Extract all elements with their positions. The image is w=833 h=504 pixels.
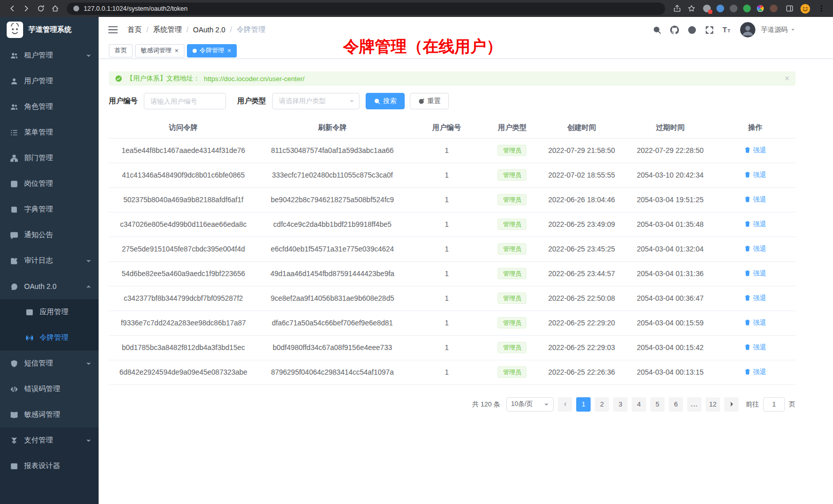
cell-created-time: 2022-06-25 23:44:57 (538, 261, 626, 286)
sidebar-item-post[interactable]: 岗位管理 (0, 171, 99, 197)
next-page-button[interactable] (724, 397, 739, 412)
force-logout-button[interactable]: 强退 (744, 343, 766, 352)
chevron-down-icon (86, 258, 91, 264)
sidebar-item-tenant[interactable]: 租户管理 (0, 43, 99, 68)
user-type-select[interactable]: 请选择用户类型 (272, 93, 359, 109)
force-logout-button[interactable]: 强退 (744, 244, 766, 254)
force-logout-button[interactable]: 强退 (744, 318, 766, 327)
sidebar-item-user[interactable]: 用户管理 (0, 68, 99, 94)
search-button[interactable]: 搜索 (366, 93, 405, 109)
reload-icon[interactable] (34, 2, 47, 15)
column-header: 刷新令牌 (258, 118, 407, 138)
home-icon[interactable] (48, 2, 62, 15)
tab-bar: 首页敏感词管理×令牌管理× (99, 43, 833, 59)
tab-close-icon[interactable]: × (228, 47, 232, 54)
browser-profile-avatar[interactable] (800, 4, 810, 14)
cell-user-id: 1 (407, 335, 486, 360)
bookmark-star-icon[interactable] (685, 2, 698, 15)
force-logout-button[interactable]: 强退 (744, 220, 766, 229)
extension-brown-icon[interactable] (770, 5, 778, 12)
sidebar-item-role[interactable]: 角色管理 (0, 94, 99, 120)
force-logout-button[interactable]: 强退 (744, 269, 766, 278)
sidebar-item-dept[interactable]: 部门管理 (0, 145, 99, 171)
font-size-icon[interactable]: TT (723, 26, 731, 34)
forward-icon[interactable] (20, 2, 33, 15)
extension-pinwheel-icon[interactable] (756, 5, 764, 12)
sidebar-item-label: 用户管理 (24, 76, 91, 86)
cell-expire-time: 2054-03-04 01:31:36 (625, 261, 715, 286)
force-logout-button[interactable]: 强退 (744, 146, 766, 155)
breadcrumb-item[interactable]: 首页 (127, 25, 142, 34)
reset-button[interactable]: 重置 (410, 93, 449, 109)
page-size-select[interactable]: 10条/页 (506, 397, 554, 412)
page-button-1[interactable]: 1 (576, 397, 591, 412)
goto-page-input[interactable] (763, 397, 785, 412)
sidebar-item-token[interactable]: 令牌管理 (0, 325, 99, 351)
info-icon[interactable] (73, 5, 80, 12)
tab-token[interactable]: 令牌管理× (187, 44, 237, 57)
side-panel-icon[interactable] (783, 2, 796, 15)
sidebar-item-menu[interactable]: 菜单管理 (0, 120, 99, 145)
sidebar-item-pay[interactable]: 支付管理 (0, 428, 99, 453)
sidebar-item-sensitive[interactable]: 敏感词管理 (0, 402, 99, 428)
breadcrumb-item[interactable]: 系统管理 (153, 25, 182, 34)
sidebar-item-report[interactable]: 报表设计器 (0, 453, 99, 479)
openbook-icon (10, 411, 18, 419)
breadcrumb-separator: / (230, 26, 232, 34)
tab-label: 首页 (115, 46, 127, 55)
cell-access-token: 275e5de9151045fe87cbdc395e004f4d (109, 237, 258, 261)
sidebar-item-oauth[interactable]: OAuth 2.0 (0, 274, 99, 299)
trash-icon (744, 171, 751, 178)
page-button-12[interactable]: 12 (706, 397, 720, 412)
prev-page-button[interactable] (558, 397, 572, 412)
page-button-2[interactable]: 2 (595, 397, 609, 412)
force-logout-button[interactable]: 强退 (744, 367, 766, 377)
pagination-more-button[interactable]: ... (687, 397, 702, 412)
table-row: f9336e7c7dd242a283ee98dc86b17a87dfa6c71a… (109, 311, 796, 335)
sidebar-item-notice[interactable]: 通知公告 (0, 222, 99, 248)
help-icon[interactable] (688, 26, 696, 34)
extension-gray-icon[interactable] (703, 5, 711, 12)
table-row: 502375b8040a469a9b82188afdf6af1fbe90422b… (109, 187, 796, 212)
cell-created-time: 2022-06-25 22:29:03 (538, 335, 626, 360)
fullscreen-icon[interactable] (705, 26, 714, 34)
share-icon[interactable] (670, 2, 684, 15)
force-logout-button[interactable]: 强退 (744, 195, 766, 204)
tab-home[interactable]: 首页 (109, 44, 132, 57)
tab-sensitive-word[interactable]: 敏感词管理× (135, 44, 184, 57)
cell-refresh-token: 49d1aa46d1454fbd87591444423be9fa (258, 261, 407, 286)
address-bar[interactable]: 127.0.0.1:1024/system/oauth2/token (67, 3, 665, 15)
sidebar-item-audit[interactable]: 审计日志 (0, 248, 99, 274)
extension-dark-icon[interactable] (730, 5, 737, 12)
sidebar-item-sms[interactable]: 短信管理 (0, 351, 99, 376)
user-id-input[interactable] (144, 93, 226, 109)
page-button-4[interactable]: 4 (632, 397, 646, 412)
sidebar-toggle-icon[interactable] (108, 25, 118, 35)
page-button-5[interactable]: 5 (650, 397, 665, 412)
sidebar-item-errcode[interactable]: 错误码管理 (0, 376, 99, 402)
refresh-icon (418, 98, 425, 105)
user-avatar[interactable] (740, 22, 755, 37)
cell-created-time: 2022-06-25 22:26:36 (538, 360, 626, 384)
force-logout-label: 强退 (753, 170, 766, 180)
force-logout-button[interactable]: 强退 (744, 170, 766, 180)
force-logout-button[interactable]: 强退 (744, 294, 766, 303)
page-button-6[interactable]: 6 (669, 397, 683, 412)
search-icon[interactable] (653, 26, 661, 34)
doc-link[interactable]: https://doc.iocoder.cn/user-center/ (204, 75, 305, 83)
back-icon[interactable] (5, 2, 18, 15)
github-icon[interactable] (670, 26, 679, 34)
user-menu[interactable]: 芋道源码 (761, 25, 796, 34)
window-icon (26, 308, 33, 316)
cell-access-token: 1ea5e44f8bc1467aaede43144f31de76 (109, 138, 258, 163)
extension-green-icon[interactable] (743, 5, 751, 12)
extension-blue-drop-icon[interactable] (716, 5, 724, 12)
sidebar-item-dict[interactable]: 字典管理 (0, 197, 99, 222)
table-row: 41c41346a548490f9dc8b01c6bfe0865333ecfc7… (109, 163, 796, 187)
breadcrumb-item[interactable]: OAuth 2.0 (193, 26, 225, 34)
sidebar-item-app[interactable]: 应用管理 (0, 299, 99, 325)
tab-close-icon[interactable]: × (175, 47, 179, 54)
browser-menu-icon[interactable] (815, 2, 828, 15)
alert-close-icon[interactable]: × (785, 74, 789, 83)
page-button-3[interactable]: 3 (613, 397, 628, 412)
